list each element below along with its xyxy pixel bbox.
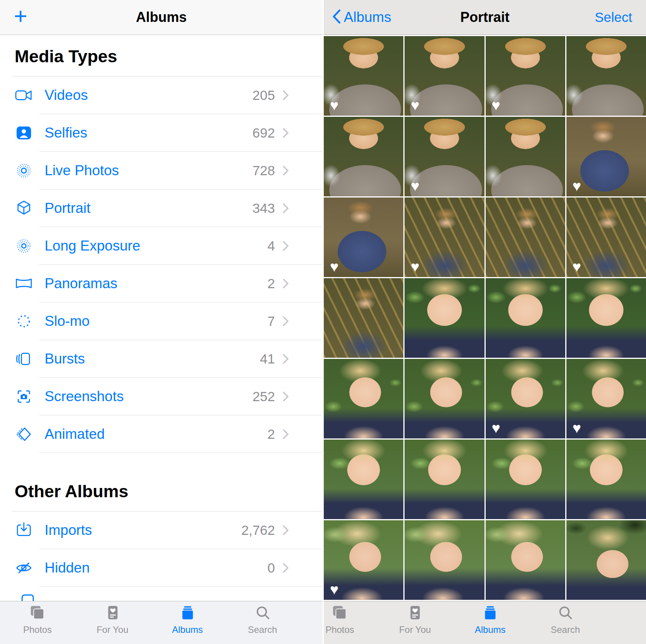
favorite-heart-icon: ♥ — [492, 421, 501, 435]
tab-albums[interactable]: Albums — [453, 605, 528, 635]
photo-thumbnail[interactable] — [486, 520, 565, 600]
row-count: 205 — [253, 88, 275, 103]
tab-bar: Photos For You Albums Search — [324, 601, 646, 644]
search-icon — [555, 605, 575, 623]
row-live-photos[interactable]: Live Photos 728 — [0, 152, 323, 189]
tab-photos[interactable]: Photos — [302, 605, 378, 635]
add-album-button[interactable]: + — [14, 0, 27, 35]
photo-thumbnail[interactable]: ♥ — [324, 520, 403, 600]
photo-thumbnail[interactable] — [405, 520, 484, 600]
row-label: Live Photos — [45, 163, 119, 179]
photo-thumbnail[interactable]: ♥ — [566, 117, 646, 196]
media-types-header: Media Types — [0, 35, 323, 76]
screenshots-icon — [15, 387, 33, 406]
chevron-right-icon — [283, 316, 289, 326]
photo-thumbnail[interactable] — [566, 278, 646, 358]
row-selfies[interactable]: Selfies 692 — [0, 114, 323, 152]
row-videos[interactable]: Videos 205 — [0, 76, 323, 114]
row-animated[interactable]: Animated 2 — [0, 415, 323, 453]
row-hidden[interactable]: Hidden 0 — [0, 549, 323, 587]
chevron-right-icon — [283, 354, 289, 364]
favorite-heart-icon: ♥ — [330, 582, 339, 597]
photo-thumbnail[interactable] — [486, 440, 565, 519]
photo-thumbnail[interactable]: ♥ — [324, 36, 403, 116]
photo-thumbnail[interactable]: ♥ — [405, 117, 484, 196]
tab-bar: Photos For You Albums Search — [0, 601, 323, 644]
photo-thumbnail[interactable]: ♥ — [566, 359, 646, 438]
chevron-right-icon — [283, 392, 289, 402]
row-label: Panoramas — [45, 276, 117, 292]
row-count: 7 — [268, 314, 275, 329]
tab-label: Search — [248, 624, 277, 635]
select-button[interactable]: Select — [595, 0, 632, 35]
row-count: 692 — [253, 125, 275, 141]
photo-thumbnail[interactable] — [405, 440, 484, 519]
photo-thumbnail[interactable] — [566, 520, 646, 600]
panoramas-icon — [15, 274, 33, 293]
chevron-right-icon — [283, 128, 289, 138]
tab-for-you[interactable]: For You — [378, 605, 453, 635]
row-label: Slo-mo — [45, 313, 90, 329]
favorite-heart-icon: ♥ — [330, 98, 339, 113]
tab-search[interactable]: Search — [528, 605, 603, 635]
row-slo-mo[interactable]: Slo-mo 7 — [0, 302, 323, 340]
live-photos-icon — [15, 161, 33, 180]
photo-thumbnail[interactable]: ♥ — [324, 198, 403, 277]
row-screenshots[interactable]: Screenshots 252 — [0, 378, 323, 415]
tab-search[interactable]: Search — [225, 605, 300, 635]
row-count: 4 — [268, 238, 275, 254]
photo-thumbnail[interactable] — [486, 198, 565, 277]
row-long-exposure[interactable]: Long Exposure 4 — [0, 227, 323, 265]
tab-photos[interactable]: Photos — [0, 605, 75, 635]
tab-label: Search — [551, 624, 580, 635]
imports-icon — [15, 521, 33, 539]
tab-albums[interactable]: Albums — [150, 605, 225, 635]
photo-thumbnail[interactable]: ♥ — [486, 359, 565, 438]
photo-thumbnail[interactable] — [324, 117, 403, 196]
row-count: 0 — [268, 560, 275, 576]
photo-thumbnail[interactable] — [486, 278, 565, 358]
albums-icon — [480, 605, 500, 623]
favorite-heart-icon: ♥ — [573, 421, 581, 435]
row-count: 728 — [253, 163, 275, 178]
chevron-right-icon — [283, 563, 289, 573]
search-icon — [253, 605, 273, 623]
video-icon — [15, 86, 33, 105]
photo-thumbnail[interactable] — [324, 440, 403, 519]
favorite-heart-icon: ♥ — [573, 179, 581, 193]
row-imports[interactable]: Imports 2,762 — [0, 511, 323, 549]
row-count: 2,762 — [241, 523, 275, 538]
row-label: Selfies — [45, 125, 87, 141]
back-button[interactable]: Albums — [332, 0, 391, 35]
row-count: 343 — [253, 201, 275, 216]
photo-thumbnail[interactable] — [486, 117, 565, 196]
portrait-album-screen: Albums Portrait Select ♥♥♥♥♥♥♥♥♥♥♥ Photo… — [324, 0, 646, 644]
row-label: Videos — [45, 87, 88, 103]
photo-thumbnail[interactable]: ♥ — [405, 198, 484, 277]
row-label: Portrait — [45, 200, 90, 216]
photo-thumbnail[interactable] — [324, 359, 403, 438]
photo-thumbnail[interactable] — [566, 440, 646, 519]
photo-thumbnail[interactable] — [566, 36, 646, 116]
photo-thumbnail[interactable] — [324, 278, 403, 358]
favorite-heart-icon: ♥ — [411, 179, 420, 193]
row-label: Animated — [45, 426, 105, 442]
photo-thumbnail[interactable] — [405, 359, 484, 438]
chevron-right-icon — [283, 429, 289, 439]
selfies-icon — [15, 124, 33, 142]
photo-thumbnail[interactable]: ♥ — [486, 36, 565, 116]
photo-thumbnail[interactable]: ♥ — [566, 198, 646, 277]
row-panoramas[interactable]: Panoramas 2 — [0, 265, 323, 302]
row-count: 2 — [268, 276, 275, 291]
row-label: Bursts — [45, 351, 85, 367]
animated-icon — [15, 425, 33, 443]
albums-icon — [178, 605, 198, 623]
row-portrait[interactable]: Portrait 343 — [0, 189, 323, 227]
tab-for-you[interactable]: For You — [75, 605, 150, 635]
photo-thumbnail[interactable] — [405, 278, 484, 358]
for-you-icon — [405, 605, 425, 623]
photo-thumbnail[interactable]: ♥ — [405, 36, 484, 116]
row-count: 252 — [253, 389, 275, 404]
row-bursts[interactable]: Bursts 41 — [0, 340, 323, 378]
hidden-icon — [15, 559, 33, 577]
